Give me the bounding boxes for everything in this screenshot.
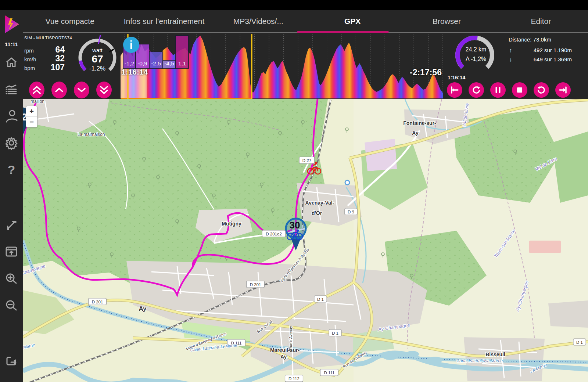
elapsed-time: 1:16:14: [121, 68, 148, 76]
map-label: Fontaine-sur-: [403, 120, 436, 126]
top-black-strip: [0, 0, 588, 10]
gauge-km: 24.2 km: [459, 46, 492, 53]
tab-gpx[interactable]: GPX: [305, 10, 399, 32]
transport-buttons: [445, 80, 573, 100]
road-badge-label: D 201e2: [266, 232, 282, 236]
map-zoom-in-button[interactable]: +: [26, 106, 37, 116]
road-badge-label: D 1: [317, 297, 324, 302]
segment-grade-label: -1,2: [125, 60, 135, 66]
zoom-in-icon[interactable]: [0, 272, 23, 286]
segment-grade-label: -0,9: [137, 60, 147, 66]
map-label: Avenay-Val-: [305, 200, 334, 206]
road-badge-label: D 1: [332, 331, 338, 335]
poi-circle: [345, 180, 349, 185]
info-button[interactable]: i: [123, 37, 139, 53]
map-label: Ay: [139, 305, 147, 312]
road-badge-label: D 1: [576, 340, 583, 345]
svg-text:30: 30: [290, 220, 300, 231]
fullscreen-icon[interactable]: [0, 219, 23, 232]
help-icon[interactable]: ?: [0, 163, 23, 177]
exit-icon[interactable]: [0, 353, 23, 367]
dashboard-up-icon[interactable]: [0, 245, 23, 259]
map-zoom-out-button[interactable]: −: [26, 116, 37, 127]
map[interactable]: 30 2 D 27D 9D 201e2D 201D 201D 1D 1D 1D …: [23, 99, 588, 382]
info-icon: i: [130, 38, 133, 51]
segment-grade-label: -2,5: [151, 60, 161, 66]
road-badge-label: D 201: [92, 300, 103, 304]
tab-infos-entrainement[interactable]: Infos sur l’entraînement: [117, 10, 211, 32]
map-label: d'Or: [312, 210, 322, 216]
skip-to-end-button[interactable]: [555, 82, 571, 98]
gear-icon[interactable]: [0, 136, 23, 150]
tab-editor[interactable]: Editor: [494, 10, 588, 32]
road-badge-label: D 201: [250, 282, 261, 287]
distance-total: Distance: 73.0km: [509, 36, 551, 43]
active-tab-underline: [297, 31, 389, 33]
app-logo-icon[interactable]: [3, 15, 21, 34]
reset-button[interactable]: [469, 82, 484, 98]
pink-buildings: [529, 241, 561, 253]
map-label: Mutigny: [222, 221, 241, 227]
map-label: Ay: [412, 130, 419, 136]
tab-mp3-videos[interactable]: MP3/Videos/...: [211, 10, 305, 32]
descent-value: 649 sur 1.369m: [522, 56, 572, 62]
tab-browser[interactable]: Browser: [399, 10, 494, 32]
user-icon[interactable]: [0, 109, 23, 123]
pause-button[interactable]: [490, 82, 506, 98]
map-label: Canal Latéral à la Marne: [456, 358, 503, 363]
skip-to-start-button[interactable]: [447, 82, 462, 98]
remaining-time: -2:17:56: [410, 68, 442, 78]
elapsed-time-small: 1:16:14: [448, 75, 465, 80]
repeat-button[interactable]: [534, 82, 549, 98]
map-label: Ay.: [280, 354, 288, 360]
stop-button[interactable]: [512, 82, 527, 98]
tab-vue-compacte[interactable]: Vue compacte: [23, 10, 117, 32]
descent-arrow-icon: ↓: [509, 56, 512, 62]
nav-tabs: Vue compacte Infos sur l’entraînement MP…: [23, 10, 588, 32]
map-label: maillon: [31, 99, 44, 104]
road-badge-label: D 27: [302, 158, 311, 163]
map-label: Bisseuil: [485, 352, 505, 357]
map-zoom-control: + −: [26, 106, 37, 127]
road-badge-label: D 111: [324, 371, 335, 375]
map-label: Rue d'Avenay: [288, 326, 293, 350]
segment-grade-label: 1,1: [178, 60, 186, 66]
ascent-value: 492 sur 1.190m: [522, 47, 572, 53]
gauge-grade: Λ -1,2%: [459, 56, 492, 62]
road-badge-label: D 9: [348, 210, 354, 214]
segment-grade-label: -4,5: [164, 60, 174, 66]
map-label: La malmaison: [78, 132, 105, 137]
road-badge-label: D 112: [288, 376, 300, 381]
ascent-arrow-icon: ↑: [509, 47, 512, 53]
map-label: Mareuil-sur-: [270, 347, 300, 353]
zoom-out-icon[interactable]: [0, 299, 23, 313]
